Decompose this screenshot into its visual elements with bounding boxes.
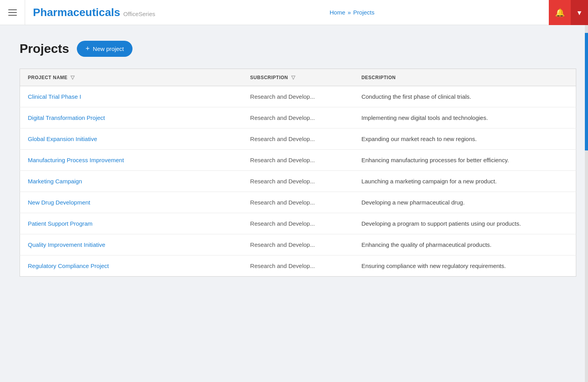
project-name-link[interactable]: Clinical Trial Phase I — [28, 93, 81, 100]
project-name-link[interactable]: Quality Improvement Initiative — [28, 241, 105, 248]
col-header-description: DESCRIPTION — [354, 69, 576, 86]
subscription-text: Research and Develop... — [250, 157, 315, 163]
project-name-link[interactable]: Patient Support Program — [28, 220, 93, 227]
breadcrumb-current: Projects — [353, 9, 374, 16]
project-name-link[interactable]: Marketing Campaign — [28, 178, 82, 185]
subscription-cell: Research and Develop... — [242, 234, 354, 255]
filter-icon-name[interactable]: ▽ — [71, 74, 75, 80]
description-cell: Developing a program to support patients… — [354, 213, 576, 234]
description-cell: Ensuring compliance with new regulatory … — [354, 255, 576, 277]
subscription-text: Research and Develop... — [250, 136, 315, 142]
table-row: Quality Improvement Initiative Research … — [20, 234, 576, 255]
scrollbar-thumb[interactable] — [585, 33, 588, 150]
subscription-cell: Research and Develop... — [242, 213, 354, 234]
breadcrumb-home[interactable]: Home — [330, 9, 345, 16]
subscription-cell: Research and Develop... — [242, 192, 354, 213]
description-cell: Launching a marketing campaign for a new… — [354, 171, 576, 192]
project-name-link[interactable]: Regulatory Compliance Project — [28, 263, 109, 269]
chevron-down-icon: ▾ — [577, 8, 581, 17]
project-name-link[interactable]: New Drug Development — [28, 199, 90, 206]
description-text: Launching a marketing campaign for a new… — [361, 178, 497, 185]
col-header-project-name: PROJECT NAME ▽ — [20, 69, 243, 86]
description-text: Conducting the first phase of clinical t… — [361, 93, 471, 100]
subscription-cell: Research and Develop... — [242, 150, 354, 171]
description-text: Developing a program to support patients… — [361, 220, 521, 227]
subscription-cell: Research and Develop... — [242, 171, 354, 192]
plus-icon: + — [85, 45, 90, 53]
project-name-cell: Regulatory Compliance Project — [20, 255, 243, 277]
project-name-cell: Patient Support Program — [20, 213, 243, 234]
description-cell: Developing a new pharmaceutical drug. — [354, 192, 576, 213]
description-cell: Expanding our market reach to new region… — [354, 129, 576, 150]
table-row: Patient Support Program Research and Dev… — [20, 213, 576, 234]
scrollbar[interactable] — [585, 25, 588, 382]
table-row: Marketing Campaign Research and Develop.… — [20, 171, 576, 192]
table-row: Clinical Trial Phase I Research and Deve… — [20, 86, 576, 107]
description-text: Enhancing manufacturing processes for be… — [361, 157, 509, 163]
description-cell: Enhancing the quality of pharmaceutical … — [354, 234, 576, 255]
app-header: Pharmaceuticals OfficeSeries Home » Proj… — [0, 0, 588, 25]
breadcrumb-nav: Home » Projects — [155, 9, 549, 16]
brand-subtitle: OfficeSeries — [123, 11, 155, 17]
project-name-cell: Clinical Trial Phase I — [20, 86, 243, 107]
description-cell: Enhancing manufacturing processes for be… — [354, 150, 576, 171]
brand-title: Pharmaceuticals — [33, 6, 120, 19]
description-text: Expanding our market reach to new region… — [361, 136, 477, 142]
description-text: Ensuring compliance with new regulatory … — [361, 263, 506, 269]
table-body: Clinical Trial Phase I Research and Deve… — [20, 86, 576, 277]
new-project-label: New project — [93, 45, 124, 52]
project-name-cell: Quality Improvement Initiative — [20, 234, 243, 255]
project-name-link[interactable]: Digital Transformation Project — [28, 114, 105, 121]
subscription-cell: Research and Develop... — [242, 86, 354, 107]
description-text: Developing a new pharmaceutical drug. — [361, 199, 465, 206]
table-row: Digital Transformation Project Research … — [20, 107, 576, 129]
filter-icon-subscription[interactable]: ▽ — [291, 74, 296, 80]
project-name-link[interactable]: Manufacturing Process Improvement — [28, 157, 124, 163]
table-header: PROJECT NAME ▽ SUBSCRIPTION ▽ DESCRIPTIO… — [20, 69, 576, 86]
page-title: Projects — [20, 42, 69, 56]
subscription-text: Research and Develop... — [250, 199, 315, 206]
user-dropdown-button[interactable]: ▾ — [571, 0, 588, 25]
project-name-cell: Marketing Campaign — [20, 171, 243, 192]
table-row: Regulatory Compliance Project Research a… — [20, 255, 576, 277]
new-project-button[interactable]: + New project — [77, 41, 132, 57]
description-text: Implementing new digital tools and techn… — [361, 114, 488, 121]
subscription-cell: Research and Develop... — [242, 107, 354, 129]
description-cell: Implementing new digital tools and techn… — [354, 107, 576, 129]
table-row: Manufacturing Process Improvement Resear… — [20, 150, 576, 171]
subscription-cell: Research and Develop... — [242, 255, 354, 277]
header-actions: 🔔 ▾ — [549, 0, 588, 25]
breadcrumb-separator: » — [348, 9, 351, 16]
project-name-cell: Manufacturing Process Improvement — [20, 150, 243, 171]
col-header-subscription: SUBSCRIPTION ▽ — [242, 69, 354, 86]
main-content: Projects + New project PROJECT NAME ▽ SU… — [0, 25, 588, 292]
hamburger-menu-button[interactable] — [0, 0, 25, 25]
subscription-text: Research and Develop... — [250, 241, 315, 248]
description-text: Enhancing the quality of pharmaceutical … — [361, 241, 492, 248]
table-row: Global Expansion Initiative Research and… — [20, 129, 576, 150]
bell-icon: 🔔 — [555, 8, 565, 17]
subscription-cell: Research and Develop... — [242, 129, 354, 150]
subscription-text: Research and Develop... — [250, 178, 315, 185]
subscription-text: Research and Develop... — [250, 220, 315, 227]
brand-area: Pharmaceuticals OfficeSeries — [25, 6, 155, 19]
projects-table: PROJECT NAME ▽ SUBSCRIPTION ▽ DESCRIPTIO… — [20, 69, 576, 277]
notifications-button[interactable]: 🔔 — [549, 0, 571, 25]
table-row: New Drug Development Research and Develo… — [20, 192, 576, 213]
subscription-text: Research and Develop... — [250, 114, 315, 121]
description-cell: Conducting the first phase of clinical t… — [354, 86, 576, 107]
project-name-cell: Digital Transformation Project — [20, 107, 243, 129]
project-name-link[interactable]: Global Expansion Initiative — [28, 136, 97, 142]
subscription-text: Research and Develop... — [250, 93, 315, 100]
project-name-cell: New Drug Development — [20, 192, 243, 213]
project-name-cell: Global Expansion Initiative — [20, 129, 243, 150]
subscription-text: Research and Develop... — [250, 263, 315, 269]
hamburger-icon — [8, 9, 17, 16]
page-header: Projects + New project — [20, 41, 576, 57]
